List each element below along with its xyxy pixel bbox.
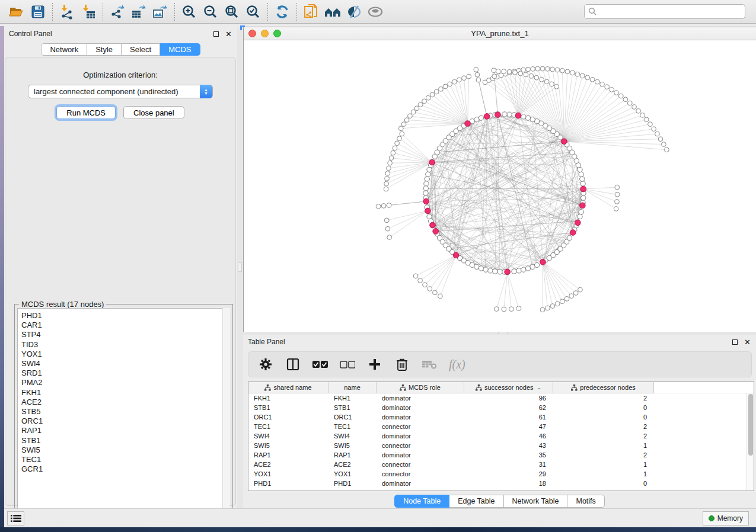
mcds-result-item[interactable]: SRD1 xyxy=(21,368,229,378)
network-from-selection-button[interactable] xyxy=(301,2,322,21)
export-image-button[interactable] xyxy=(149,2,171,21)
table-cell: dominator xyxy=(377,432,464,440)
divider-grip[interactable] xyxy=(238,262,242,272)
network-graph[interactable] xyxy=(244,40,756,332)
memory-button[interactable]: Memory xyxy=(703,511,749,525)
table-row[interactable]: ORC1ORC1dominator610 xyxy=(248,412,747,422)
split-divider-vertical[interactable] xyxy=(237,27,243,508)
table-row[interactable]: SWI4SWI4dominator462 xyxy=(248,431,747,441)
import-network-button[interactable] xyxy=(56,2,78,21)
tab-style[interactable]: Style xyxy=(87,43,122,56)
first-neighbors-button[interactable] xyxy=(322,2,343,21)
show-hidden-button[interactable] xyxy=(365,2,386,21)
show-columns-button[interactable] xyxy=(285,357,301,372)
optimization-criterion-dropdown[interactable]: largest connected component (undirected)… xyxy=(28,85,213,98)
save-session-button[interactable] xyxy=(27,2,49,21)
tab-network-table[interactable]: Network Table xyxy=(504,495,568,508)
tab-node-table[interactable]: Node Table xyxy=(394,495,449,508)
table-row[interactable]: RAP1RAP1dominator352 xyxy=(248,450,747,460)
close-panel-button[interactable]: Close panel xyxy=(123,106,184,119)
run-mcds-button[interactable]: Run MCDS xyxy=(56,106,116,119)
tab-network[interactable]: Network xyxy=(41,43,87,56)
table-settings-button[interactable] xyxy=(258,357,273,372)
zoom-fit-button[interactable] xyxy=(221,2,243,21)
mcds-result-item[interactable]: GCR1 xyxy=(21,464,229,474)
mcds-result-item[interactable]: SWI4 xyxy=(21,359,229,368)
float-panel-button[interactable] xyxy=(212,30,220,38)
refresh-layout-button[interactable] xyxy=(272,2,293,21)
mcds-result-item[interactable]: STB1 xyxy=(21,436,229,446)
scrollbar-thumb[interactable] xyxy=(748,394,753,456)
mcds-result-item[interactable]: PMA2 xyxy=(21,378,229,387)
column-header-successor-nodes[interactable]: successor nodes⌄ xyxy=(464,382,553,393)
mcds-result-item[interactable]: CAR1 xyxy=(21,321,229,330)
zoom-selected-button[interactable] xyxy=(243,2,264,21)
select-all-button[interactable] xyxy=(312,357,328,372)
add-column-button[interactable] xyxy=(367,357,382,372)
network-canvas[interactable] xyxy=(244,40,756,332)
table-scrollbar[interactable] xyxy=(747,393,754,491)
mcds-result-item[interactable]: TID3 xyxy=(21,340,229,350)
network-window-titlebar[interactable]: YPA_prune.txt_1 xyxy=(244,27,756,40)
table-cell: YOX1 xyxy=(328,470,377,477)
table-row[interactable]: FKH1FKH1dominator962 xyxy=(248,393,747,403)
table-cell: 29 xyxy=(464,470,553,477)
float-panel-button[interactable] xyxy=(731,338,739,346)
mcds-result-item[interactable]: FKH1 xyxy=(21,388,229,398)
mcds-result-item[interactable]: YOX1 xyxy=(21,350,229,359)
table-row[interactable]: STB1STB1dominator620 xyxy=(248,403,747,412)
column-header-MCDS-role[interactable]: MCDS role xyxy=(377,382,464,393)
table-row[interactable]: TEC1TEC1connector472 xyxy=(248,422,747,431)
search-input[interactable] xyxy=(597,8,741,16)
column-header-predecessor-nodes[interactable]: predecessor nodes xyxy=(553,382,654,393)
tab-select[interactable]: Select xyxy=(122,43,160,56)
mcds-hub-node xyxy=(580,186,586,192)
node-table-header: shared namenameMCDS rolesuccessor nodes⌄… xyxy=(248,382,754,393)
mcds-hub-node xyxy=(540,259,546,265)
hide-selected-button[interactable] xyxy=(343,2,365,21)
tab-edge-table[interactable]: Edge Table xyxy=(449,495,503,508)
node-table-body[interactable]: FKH1FKH1dominator962STB1STB1dominator620… xyxy=(248,393,747,491)
graph-satellite-nodes[interactable] xyxy=(376,66,669,312)
table-row[interactable]: SWI5SWI5connector431 xyxy=(248,441,747,450)
import-table-button[interactable] xyxy=(78,2,99,21)
export-table-icon xyxy=(131,4,146,20)
column-header-name[interactable]: name xyxy=(328,382,377,393)
export-table-button[interactable] xyxy=(128,2,149,21)
mcds-result-list[interactable]: PHD1CAR1STP4TID3YOX1SWI4SRD1PMA2FKH1ACE2… xyxy=(17,308,230,520)
zoom-in-button[interactable] xyxy=(178,2,200,21)
task-history-button[interactable] xyxy=(7,511,24,525)
mcds-result-item[interactable]: STB5 xyxy=(21,407,229,416)
mcds-result-item[interactable]: ACE2 xyxy=(21,398,229,407)
column-header-shared-name[interactable]: shared name xyxy=(248,382,328,393)
mcds-result-item[interactable]: SWI5 xyxy=(21,446,229,455)
table-row[interactable]: PHD1PHD1dominator180 xyxy=(248,479,747,488)
import-table-icon xyxy=(81,4,96,20)
zoom-out-button[interactable] xyxy=(200,2,221,21)
mcds-result-item[interactable]: RAP1 xyxy=(21,426,229,435)
mcds-hub-node xyxy=(465,121,471,127)
mcds-result-item[interactable]: ORC1 xyxy=(21,416,229,426)
tab-mcds[interactable]: MCDS xyxy=(160,43,200,56)
table-row[interactable]: ACE2ACE2connector311 xyxy=(248,460,747,469)
network-view-window: YPA_prune.txt_1 xyxy=(243,27,756,332)
table-cell: PHD1 xyxy=(248,480,328,487)
mcds-result-item[interactable]: PHD1 xyxy=(21,311,229,321)
close-panel-icon[interactable]: ✕ xyxy=(744,338,751,346)
mcds-result-scrollbar[interactable] xyxy=(222,308,230,520)
tab-motifs[interactable]: Motifs xyxy=(567,495,604,508)
table-cell: 96 xyxy=(464,395,553,402)
sort-chevron-icon[interactable]: ⌄ xyxy=(537,384,542,390)
mcds-result-item[interactable]: TEC1 xyxy=(21,455,229,464)
table-row[interactable]: YOX1YOX1connector291 xyxy=(248,469,747,479)
search-box[interactable] xyxy=(584,4,745,19)
function-builder-button-disabled: f(x) xyxy=(449,358,465,371)
close-panel-icon[interactable]: ✕ xyxy=(225,30,232,38)
divider-grip[interactable] xyxy=(498,332,508,334)
open-file-button[interactable] xyxy=(6,2,27,21)
deselect-all-button[interactable] xyxy=(340,357,355,372)
export-network-button[interactable] xyxy=(107,2,128,21)
mcds-result-item[interactable]: STP4 xyxy=(21,330,229,339)
table-cell: 47 xyxy=(464,423,553,430)
delete-column-button[interactable] xyxy=(394,357,410,372)
